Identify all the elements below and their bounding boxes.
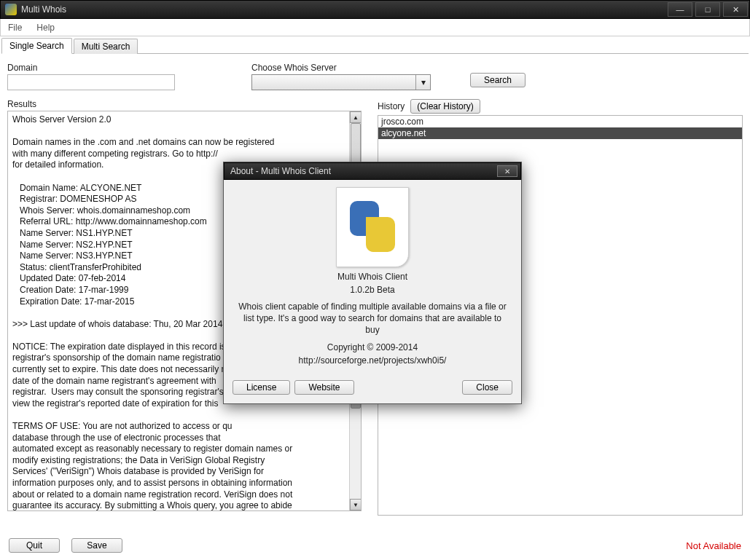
- search-button[interactable]: Search: [470, 73, 526, 87]
- domain-label: Domain: [7, 63, 251, 73]
- about-copyright: Copyright © 2009-2014: [233, 342, 512, 352]
- quit-button[interactable]: Quit: [9, 538, 60, 553]
- save-button[interactable]: Save: [71, 538, 122, 553]
- about-title: About - Multi Whois Client: [224, 166, 331, 176]
- about-close-button[interactable]: Close: [462, 380, 512, 395]
- menu-help[interactable]: Help: [29, 23, 62, 33]
- tab-single-search[interactable]: Single Search: [1, 38, 72, 54]
- about-close-x[interactable]: ✕: [497, 165, 517, 177]
- clear-history-button[interactable]: (Clear History): [410, 99, 480, 114]
- whois-server-combo[interactable]: ▾: [251, 74, 431, 90]
- app-icon: [5, 4, 17, 15]
- history-item[interactable]: alcyone.net: [378, 127, 742, 139]
- window-title: Multi Whois: [21, 4, 66, 15]
- history-label: History: [378, 101, 405, 111]
- chevron-down-icon: ▾: [415, 75, 430, 90]
- status-text: Not Available: [686, 540, 741, 551]
- about-titlebar: About - Multi Whois Client ✕: [224, 162, 521, 180]
- menu-file[interactable]: File: [1, 23, 29, 33]
- license-button[interactable]: License: [233, 380, 290, 395]
- tab-strip: Single Search Multi Search: [1, 38, 749, 54]
- domain-input[interactable]: [7, 74, 175, 90]
- minimize-button[interactable]: —: [668, 2, 692, 17]
- server-label: Choose Whois Server: [251, 63, 470, 73]
- scroll-up-icon[interactable]: ▲: [350, 111, 362, 123]
- results-label: Results: [7, 99, 364, 109]
- history-item[interactable]: jrosco.com: [378, 116, 742, 127]
- about-version: 1.0.2b Beta: [233, 285, 512, 295]
- about-name: Multi Whois Client: [233, 272, 512, 282]
- website-button[interactable]: Website: [294, 380, 353, 395]
- about-description: Whois client capable of finding multiple…: [235, 301, 509, 336]
- maximize-button[interactable]: □: [695, 2, 720, 17]
- menubar: File Help: [0, 19, 750, 36]
- tab-multi-search[interactable]: Multi Search: [74, 39, 138, 54]
- close-button[interactable]: ✕: [723, 2, 748, 17]
- about-url: http://sourceforge.net/projects/xwh0i5/: [233, 355, 512, 366]
- python-logo-icon: [336, 187, 409, 267]
- about-dialog: About - Multi Whois Client ✕ Multi Whois…: [223, 162, 522, 404]
- window-titlebar: Multi Whois — □ ✕: [0, 0, 750, 19]
- scroll-down-icon[interactable]: ▼: [350, 499, 362, 510]
